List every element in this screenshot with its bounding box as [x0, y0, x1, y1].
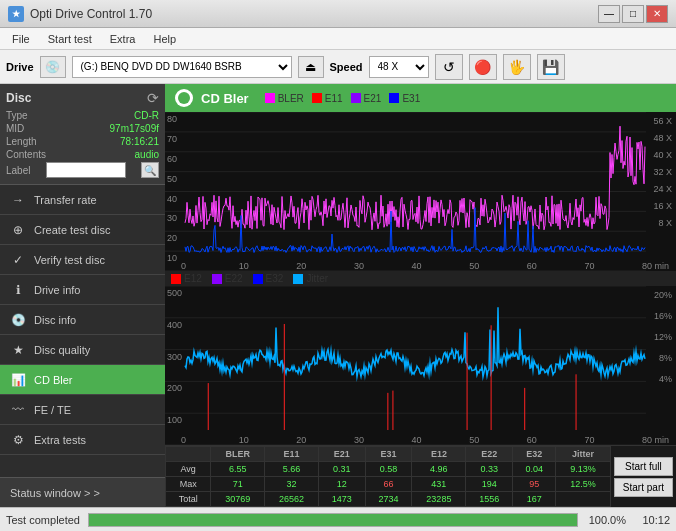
progress-bar-fill — [89, 514, 577, 526]
eject-button[interactable]: ⏏ — [298, 56, 324, 78]
col-header-e21: E21 — [318, 447, 365, 462]
row-total-bler: 30769 — [211, 492, 265, 507]
disc-type-key: Type — [6, 110, 28, 121]
sidebar-item-cd-bler[interactable]: 📊 CD Bler — [0, 365, 165, 395]
menu-help[interactable]: Help — [145, 31, 184, 47]
table-buttons: Start full Start part — [611, 446, 676, 507]
drive-icon-btn[interactable]: 💿 — [40, 56, 66, 78]
legend-lower: E12 E22 E32 Jitter — [165, 271, 676, 286]
legend-e22: E22 — [212, 273, 243, 284]
settings-button[interactable]: 🖐 — [503, 54, 531, 80]
row-total-e22: 1556 — [466, 492, 513, 507]
charts-container: 56 X 48 X 40 X 32 X 24 X 16 X 8 X E12 E2 — [165, 112, 676, 445]
sidebar-item-verify-test[interactable]: ✓ Verify test disc — [0, 245, 165, 275]
row-max-e11: 32 — [265, 477, 319, 492]
legend-e31: E31 — [389, 93, 420, 104]
row-total-e32: 167 — [513, 492, 556, 507]
row-total-e31: 2734 — [365, 492, 412, 507]
disc-length-val: 78:16:21 — [120, 136, 159, 147]
content-area: CD Bler BLER E11 E21 E31 — [165, 84, 676, 507]
verify-test-icon: ✓ — [10, 252, 26, 268]
options-button[interactable]: 🔴 — [469, 54, 497, 80]
row-avg-jitter: 9.13% — [556, 462, 611, 477]
app-icon: ★ — [8, 6, 24, 22]
row-avg-e11: 5.66 — [265, 462, 319, 477]
col-header-e31: E31 — [365, 447, 412, 462]
chart-header: CD Bler BLER E11 E21 E31 — [165, 84, 676, 112]
sidebar-item-disc-quality[interactable]: ★ Disc quality — [0, 335, 165, 365]
col-header-bler: BLER — [211, 447, 265, 462]
col-header-e32: E32 — [513, 447, 556, 462]
minimize-button[interactable]: — — [598, 5, 620, 23]
chart-icon — [175, 89, 193, 107]
sidebar-item-transfer-rate[interactable]: → Transfer rate — [0, 185, 165, 215]
status-window-label: Status window > > — [10, 487, 100, 499]
disc-label-input[interactable] — [46, 162, 126, 178]
status-text: Test completed — [6, 514, 80, 526]
save-button[interactable]: 💾 — [537, 54, 565, 80]
disc-title: Disc — [6, 91, 31, 105]
title-bar: ★ Opti Drive Control 1.70 — □ ✕ — [0, 0, 676, 28]
legend-upper: BLER E11 E21 E31 — [265, 93, 421, 104]
lower-chart-canvas — [165, 286, 676, 445]
sidebar: Disc ⟳ Type CD-R MID 97m17s09f Length 78… — [0, 84, 165, 507]
cd-bler-icon: 📊 — [10, 372, 26, 388]
sidebar-item-disc-info[interactable]: 💿 Disc info — [0, 305, 165, 335]
progress-bar — [88, 513, 578, 527]
row-max-bler: 71 — [211, 477, 265, 492]
row-avg-bler: 6.55 — [211, 462, 265, 477]
disc-contents-val: audio — [135, 149, 159, 160]
row-max-e31: 66 — [365, 477, 412, 492]
start-full-button[interactable]: Start full — [614, 457, 673, 476]
menu-extra[interactable]: Extra — [102, 31, 144, 47]
transfer-rate-icon: → — [10, 192, 26, 208]
status-time: 10:12 — [634, 514, 670, 526]
disc-label-key: Label — [6, 165, 30, 176]
legend-e11: E11 — [312, 93, 343, 104]
close-button[interactable]: ✕ — [646, 5, 668, 23]
legend-jitter: Jitter — [293, 273, 328, 284]
status-window-button[interactable]: Status window > > — [0, 477, 165, 507]
data-table: BLER E11 E21 E31 E12 E22 E32 Jitter Avg … — [165, 446, 611, 507]
chart-title: CD Bler — [201, 91, 249, 106]
speed-select[interactable]: 48 X — [369, 56, 429, 78]
row-avg-e22: 0.33 — [466, 462, 513, 477]
row-total-e12: 23285 — [412, 492, 466, 507]
sidebar-item-label-cd-bler: CD Bler — [34, 374, 73, 386]
maximize-button[interactable]: □ — [622, 5, 644, 23]
row-total-jitter — [556, 492, 611, 507]
sidebar-item-extra-tests[interactable]: ⚙ Extra tests — [0, 425, 165, 455]
upper-chart: 56 X 48 X 40 X 32 X 24 X 16 X 8 X — [165, 112, 676, 271]
sidebar-item-create-test[interactable]: ⊕ Create test disc — [0, 215, 165, 245]
sidebar-item-label-verify-test: Verify test disc — [34, 254, 105, 266]
fe-te-icon: 〰 — [10, 402, 26, 418]
sidebar-item-label-disc-quality: Disc quality — [34, 344, 90, 356]
legend-e32: E32 — [253, 273, 284, 284]
sidebar-item-drive-info[interactable]: ℹ Drive info — [0, 275, 165, 305]
row-avg-e31: 0.58 — [365, 462, 412, 477]
speed-label: Speed — [330, 61, 363, 73]
disc-type-val: CD-R — [134, 110, 159, 121]
start-part-button[interactable]: Start part — [614, 478, 673, 497]
disc-label-icon-btn[interactable]: 🔍 — [141, 162, 159, 178]
row-avg-e12: 4.96 — [412, 462, 466, 477]
sidebar-item-label-extra-tests: Extra tests — [34, 434, 86, 446]
row-label-total: Total — [166, 492, 211, 507]
data-table-section: BLER E11 E21 E31 E12 E22 E32 Jitter Avg … — [165, 445, 676, 507]
disc-contents-key: Contents — [6, 149, 46, 160]
disc-refresh-icon[interactable]: ⟳ — [147, 90, 159, 106]
row-max-e32: 95 — [513, 477, 556, 492]
menu-bar: File Start test Extra Help — [0, 28, 676, 50]
sidebar-item-fe-te[interactable]: 〰 FE / TE — [0, 395, 165, 425]
sidebar-item-label-drive-info: Drive info — [34, 284, 80, 296]
refresh-button[interactable]: ↺ — [435, 54, 463, 80]
sidebar-item-label-fe-te: FE / TE — [34, 404, 71, 416]
menu-file[interactable]: File — [4, 31, 38, 47]
menu-start-test[interactable]: Start test — [40, 31, 100, 47]
col-header-empty — [166, 447, 211, 462]
row-avg-e21: 0.31 — [318, 462, 365, 477]
upper-y-labels: 56 X 48 X 40 X 32 X 24 X 16 X 8 X — [653, 116, 672, 228]
row-label-max: Max — [166, 477, 211, 492]
create-test-icon: ⊕ — [10, 222, 26, 238]
drive-select[interactable]: (G:) BENQ DVD DD DW1640 BSRB — [72, 56, 292, 78]
